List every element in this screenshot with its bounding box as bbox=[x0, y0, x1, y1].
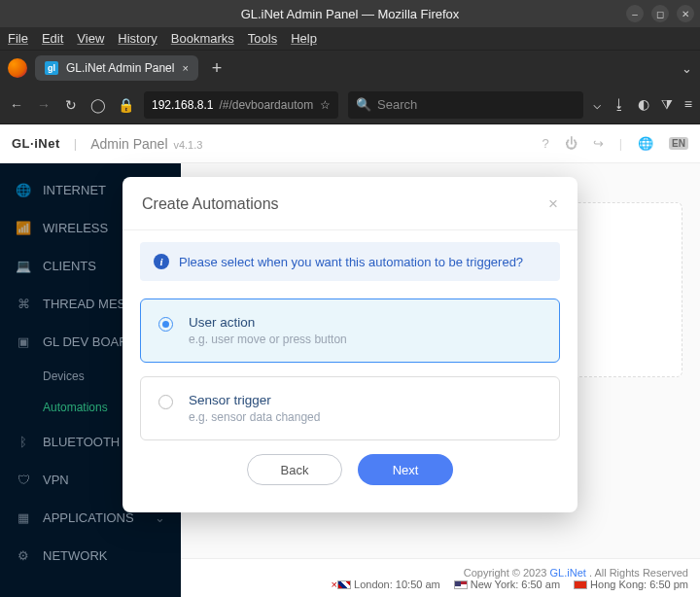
option-subtitle: e.g. user move or press button bbox=[189, 333, 347, 346]
option-user-action[interactable]: User action e.g. user move or press butt… bbox=[140, 298, 560, 363]
modal-close-button[interactable]: × bbox=[548, 194, 558, 214]
search-bar[interactable]: 🔍 Search bbox=[348, 91, 583, 119]
browser-tab[interactable]: gl GL.iNet Admin Panel × bbox=[35, 55, 198, 81]
option-title: Sensor trigger bbox=[189, 393, 320, 407]
new-tab-button[interactable]: + bbox=[206, 58, 228, 79]
tab-title: GL.iNet Admin Panel bbox=[66, 61, 174, 75]
menu-edit[interactable]: Edit bbox=[42, 31, 63, 46]
window-close-button[interactable]: ✕ bbox=[677, 5, 694, 22]
tabs-overflow-button[interactable]: ⌄ bbox=[682, 61, 692, 76]
url-path: /#/devboardautom bbox=[219, 98, 313, 112]
firefox-logo-icon bbox=[8, 58, 27, 78]
shield-icon[interactable]: ◯ bbox=[89, 97, 107, 113]
account-icon[interactable]: ◐ bbox=[638, 96, 649, 113]
browser-menubar: File Edit View History Bookmarks Tools H… bbox=[0, 27, 700, 51]
menu-history[interactable]: History bbox=[118, 31, 157, 46]
bookmark-star-icon[interactable]: ☆ bbox=[320, 98, 331, 112]
info-banner: i Please select when you want this autom… bbox=[140, 242, 560, 281]
back-button[interactable]: Back bbox=[247, 454, 342, 485]
nav-reload-button[interactable]: ↻ bbox=[62, 97, 80, 113]
menu-tools[interactable]: Tools bbox=[248, 31, 277, 46]
menu-help[interactable]: Help bbox=[291, 31, 317, 46]
info-icon: i bbox=[154, 254, 169, 269]
search-placeholder: Search bbox=[377, 97, 417, 112]
lock-icon[interactable]: 🔒 bbox=[117, 97, 134, 113]
menu-bookmarks[interactable]: Bookmarks bbox=[171, 31, 234, 46]
menu-file[interactable]: File bbox=[8, 31, 28, 46]
nav-back-button[interactable]: ← bbox=[8, 97, 25, 113]
search-icon: 🔍 bbox=[356, 97, 371, 112]
option-sensor-trigger[interactable]: Sensor trigger e.g. sensor data changed bbox=[140, 376, 560, 440]
tab-close-button[interactable]: × bbox=[182, 62, 188, 74]
toolbar: ← → ↻ ◯ 🔒 192.168.8.1 /#/devboardautom ☆… bbox=[0, 86, 700, 124]
window-title: GL.iNet Admin Panel — Mozilla Firefox bbox=[241, 7, 460, 21]
create-automations-modal: Create Automations × i Please select whe… bbox=[122, 177, 578, 512]
next-button[interactable]: Next bbox=[358, 454, 453, 485]
downloads-icon[interactable]: ⭳ bbox=[612, 96, 626, 113]
url-host: 192.168.8.1 bbox=[152, 98, 213, 112]
page-content: GL·iNet | Admin Panel v4.1.3 ? ⏻ ↪ | 🌐 E… bbox=[0, 124, 700, 597]
info-message: Please select when you want this automat… bbox=[179, 255, 523, 269]
menu-view[interactable]: View bbox=[77, 31, 104, 46]
option-subtitle: e.g. sensor data changed bbox=[189, 410, 320, 424]
radio-icon bbox=[158, 395, 173, 409]
modal-title: Create Automations bbox=[142, 195, 279, 213]
pocket-icon[interactable]: ⌵ bbox=[593, 96, 601, 113]
address-bar[interactable]: 192.168.8.1 /#/devboardautom ☆ bbox=[144, 91, 338, 119]
option-title: User action bbox=[189, 315, 347, 330]
app-menu-button[interactable]: ≡ bbox=[684, 96, 692, 113]
window-titlebar: GL.iNet Admin Panel — Mozilla Firefox – … bbox=[0, 0, 700, 27]
window-maximize-button[interactable]: ◻ bbox=[651, 5, 669, 22]
tab-strip: gl GL.iNet Admin Panel × + ⌄ bbox=[0, 51, 700, 86]
radio-icon bbox=[158, 317, 173, 332]
nav-forward-button[interactable]: → bbox=[35, 97, 52, 113]
window-minimize-button[interactable]: – bbox=[626, 5, 644, 22]
tab-favicon-icon: gl bbox=[45, 61, 58, 75]
extensions-icon[interactable]: ⧩ bbox=[661, 96, 673, 113]
